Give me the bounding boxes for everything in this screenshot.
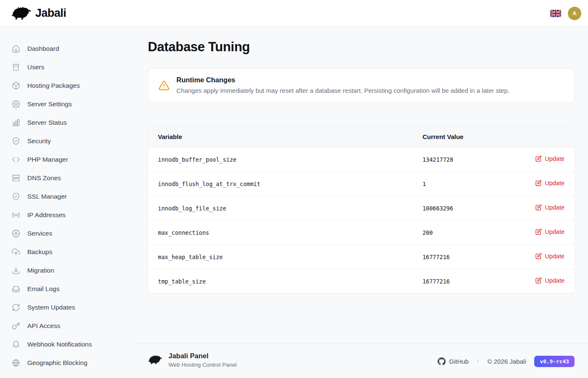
brand-name: Jabali	[35, 7, 66, 20]
table-row: innodb_buffer_pool_size 134217728 Update	[148, 147, 575, 172]
sidebar-item-webhook-notifications[interactable]: Webhook Notifications	[0, 335, 134, 354]
sidebar-item-system-updates[interactable]: System Updates	[0, 298, 134, 317]
sidebar-item-email-logs[interactable]: Email Logs	[0, 280, 134, 298]
runtime-changes-notice: Runtime Changes Changes apply immediatel…	[148, 68, 575, 103]
update-button[interactable]: Update	[535, 155, 564, 162]
variable-name: innodb_flush_log_at_trx_commit	[148, 172, 412, 196]
bar-chart-icon	[12, 118, 20, 127]
table-header-row: Variable Current Value	[148, 126, 575, 147]
sidebar-item-label: Backups	[27, 248, 52, 256]
sidebar-item-label: Webhook Notifications	[27, 341, 92, 348]
github-label: GitHub	[449, 358, 469, 365]
variable-name: tmp_table_size	[148, 269, 412, 294]
sidebar-item-label: Users	[27, 63, 44, 71]
sidebar-item-ip-addresses[interactable]: IP Addresses	[0, 206, 134, 224]
github-link[interactable]: GitHub	[438, 357, 469, 365]
notice-title: Runtime Changes	[176, 76, 509, 84]
footer-meta: GitHub • © 2026 Jabali v0.9-rc43	[438, 352, 575, 367]
brand-logo[interactable]: Jabali	[11, 6, 66, 21]
sidebar-item-services[interactable]: Services	[0, 224, 134, 243]
notice-text: Runtime Changes Changes apply immediatel…	[176, 76, 509, 95]
table-row: innodb_log_file_size 100663296 Update	[148, 196, 575, 220]
footer-tagline: Web Hosting Control Panel	[168, 362, 237, 368]
page-title: Database Tuning	[148, 39, 575, 55]
download-icon	[12, 266, 20, 275]
update-label: Update	[545, 228, 564, 235]
variable-name: max_heap_table_size	[148, 245, 412, 269]
sidebar-item-ssl-manager[interactable]: SSL Manager	[0, 187, 134, 206]
variable-name: innodb_buffer_pool_size	[148, 147, 412, 172]
main-area: Database Tuning Runtime Changes Changes …	[134, 27, 588, 378]
uk-flag-icon[interactable]	[550, 10, 561, 17]
sidebar-item-backups[interactable]: Backups	[0, 243, 134, 261]
variable-value: 16777216	[412, 269, 515, 294]
variable-name: max_connections	[148, 220, 412, 245]
sidebar-item-label: Geographic Blocking	[27, 359, 87, 367]
edit-pencil-icon	[535, 180, 542, 186]
user-avatar[interactable]: A	[568, 7, 581, 20]
sidebar-item-migration[interactable]: Migration	[0, 261, 134, 280]
copyright-text: © 2026 Jabali	[488, 358, 526, 365]
sidebar-item-dashboard[interactable]: Dashboard	[0, 39, 134, 58]
update-label: Update	[545, 253, 564, 260]
sidebar-item-label: Services	[27, 230, 52, 237]
header-actions: A	[550, 7, 581, 20]
sidebar-item-label: IP Addresses	[27, 211, 66, 219]
code-icon	[12, 155, 20, 164]
sidebar-item-hosting-packages[interactable]: Hosting Packages	[0, 76, 134, 95]
update-label: Update	[545, 155, 564, 162]
variable-value: 1	[412, 172, 515, 196]
sidebar-item-label: SSL Manager	[27, 193, 67, 200]
table-row: max_heap_table_size 16777216 Update	[148, 245, 575, 269]
sidebar-item-dns-zones[interactable]: DNS Zones	[0, 169, 134, 187]
warning-triangle-icon	[158, 80, 170, 91]
sidebar-item-server-status[interactable]: Server Status	[0, 113, 134, 132]
db-variables-table: Variable Current Value innodb_buffer_poo…	[148, 126, 575, 293]
refresh-icon	[12, 303, 20, 312]
sidebar-item-label: DNS Zones	[27, 174, 61, 182]
update-button[interactable]: Update	[535, 277, 564, 284]
footer-brand-text: Jabali Panel Web Hosting Control Panel	[168, 352, 237, 368]
home-icon	[12, 45, 20, 53]
sidebar-item-label: Email Logs	[27, 285, 60, 293]
edit-pencil-icon	[535, 228, 542, 235]
github-icon	[438, 357, 446, 365]
column-header-actions	[515, 126, 575, 147]
sidebar-item-api-access[interactable]: API Access	[0, 317, 134, 335]
edit-pencil-icon	[535, 253, 542, 260]
table-row: innodb_flush_log_at_trx_commit 1 Update	[148, 172, 575, 196]
sidebar-item-php-manager[interactable]: PHP Manager	[0, 150, 134, 169]
inbox-icon	[12, 285, 20, 293]
package-icon	[12, 81, 20, 90]
update-button[interactable]: Update	[535, 253, 564, 260]
main-content: Database Tuning Runtime Changes Changes …	[134, 27, 588, 293]
update-label: Update	[545, 180, 564, 186]
version-badge: v0.9-rc43	[534, 356, 575, 367]
edit-pencil-icon	[535, 204, 542, 211]
notice-description: Changes apply immediately but may reset …	[176, 86, 509, 95]
sidebar-item-users[interactable]: Users	[0, 58, 134, 76]
radio-waves-icon	[12, 211, 20, 219]
variable-value: 100663296	[412, 196, 515, 220]
users-icon	[12, 63, 20, 71]
sidebar-item-label: Security	[27, 137, 51, 145]
update-button[interactable]: Update	[535, 204, 564, 211]
sidebar: Dashboard Users Hosting Packages Server …	[0, 27, 134, 378]
cloud-upload-icon	[12, 248, 20, 256]
bell-icon	[12, 340, 20, 349]
variable-value: 200	[412, 220, 515, 245]
boar-logo-icon	[11, 6, 31, 21]
sidebar-item-server-settings[interactable]: Server Settings	[0, 95, 134, 113]
column-header-current-value: Current Value	[412, 126, 515, 147]
footer-brand-name: Jabali Panel	[168, 352, 237, 360]
sidebar-item-geographic-blocking[interactable]: Geographic Blocking	[0, 354, 134, 372]
sidebar-item-label: Migration	[27, 267, 54, 274]
update-button[interactable]: Update	[535, 180, 564, 186]
dot-separator: •	[477, 358, 479, 365]
sidebar-item-label: Hosting Packages	[27, 82, 80, 89]
update-button[interactable]: Update	[535, 228, 564, 235]
sidebar-item-label: API Access	[27, 322, 60, 330]
gear-icon	[12, 229, 20, 238]
sidebar-item-security[interactable]: Security	[0, 132, 134, 150]
footer: Jabali Panel Web Hosting Control Panel G…	[134, 344, 588, 378]
